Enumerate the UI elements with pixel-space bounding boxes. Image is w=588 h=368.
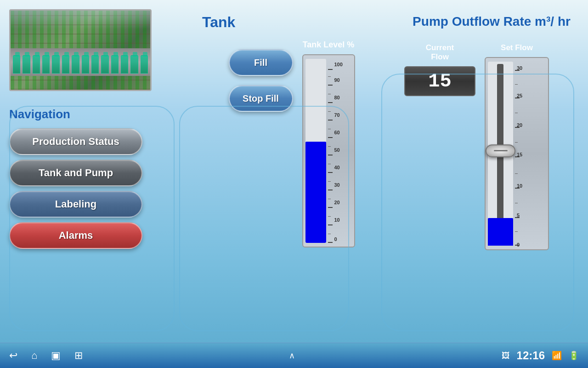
scale-60: 60 (334, 130, 340, 135)
set-flow-label: Set Flow (501, 43, 533, 52)
tank-bar-column (305, 59, 326, 243)
home-button[interactable]: ⌂ (31, 350, 37, 362)
tank-and-pump-button[interactable]: Tank and Pump (9, 160, 142, 186)
wifi-icon: 📶 (552, 351, 562, 361)
scale-70: 70 (334, 112, 340, 118)
tank-scale-column: 0 10 20 30 40 50 60 70 80 90 100 (328, 59, 352, 243)
current-flow-label: CurrentFlow (426, 43, 454, 62)
recent-apps-button[interactable]: ▣ (51, 350, 61, 362)
pump-title: Pump Outflow Rate m³/ hr (404, 14, 579, 29)
tank-fill-bar (305, 142, 326, 243)
tank-panel: Tank Fill Stop Fill Tank Level % 0 (184, 9, 400, 334)
tank-gauge: Tank Level % 0 10 20 30 40 50 (302, 40, 355, 247)
status-bar: ↩ ⌂ ▣ ⊞ ∧ 🖼 12:16 📶 🔋 (0, 343, 588, 368)
qr-scan-button[interactable]: ⊞ (74, 350, 83, 362)
pump-panel: Pump Outflow Rate m³/ hr CurrentFlow 15 … (404, 9, 579, 334)
labeling-button[interactable]: Labeling (9, 191, 142, 218)
current-flow-display: 15 (404, 66, 475, 96)
scale-0: 0 (334, 236, 337, 242)
status-bar-left: ↩ ⌂ ▣ ⊞ (9, 350, 83, 362)
time-display: 12:16 (517, 349, 545, 362)
production-status-button[interactable]: Production Status (9, 128, 142, 155)
scale-10: 10 (334, 217, 340, 223)
fill-button[interactable]: Fill (229, 49, 293, 76)
scale-30: 30 (334, 182, 340, 188)
current-flow-column: CurrentFlow 15 (404, 43, 475, 250)
navigation-label: Navigation (9, 105, 179, 124)
set-flow-scale: 0 5 10 15 20 25 30 (515, 62, 546, 246)
screenshot-icon: 🖼 (502, 351, 510, 361)
slider-area[interactable] (488, 62, 513, 246)
slider-fill (488, 218, 513, 246)
battery-icon: 🔋 (569, 351, 579, 361)
alarms-button[interactable]: Alarms (9, 222, 142, 249)
scale-40: 40 (334, 165, 340, 170)
scale-50: 50 (334, 147, 340, 153)
set-flow-gauge[interactable]: 0 5 10 15 20 25 30 (485, 57, 549, 250)
up-button[interactable]: ∧ (289, 351, 295, 361)
tank-level-label: Tank Level % (303, 40, 355, 50)
tank-gauge-body: 0 10 20 30 40 50 60 70 80 90 100 (302, 54, 355, 247)
status-bar-right: 🖼 12:16 📶 🔋 (502, 349, 579, 362)
current-flow-value: 15 (428, 70, 451, 92)
scale-100: 100 (334, 62, 343, 67)
slider-handle[interactable] (486, 144, 515, 157)
scale-90: 90 (334, 77, 340, 83)
stop-fill-button[interactable]: Stop Fill (229, 85, 293, 112)
tank-title: Tank (202, 14, 235, 31)
status-bar-center: ∧ (289, 351, 295, 361)
set-flow-column: Set Flow 0 (485, 43, 549, 250)
scale-80: 80 (334, 95, 340, 100)
factory-image (9, 9, 152, 91)
scale-20: 20 (334, 200, 340, 205)
back-button[interactable]: ↩ (9, 350, 17, 362)
